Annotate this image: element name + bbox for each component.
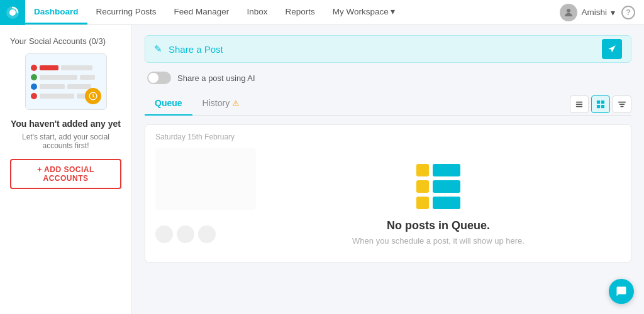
svg-rect-9 bbox=[597, 104, 600, 107]
ai-toggle-label: Share a post using AI bbox=[177, 73, 255, 83]
avatar bbox=[560, 4, 577, 21]
ai-toggle-row: Share a post using AI bbox=[145, 72, 631, 84]
queue-date-label: Saturday 15th February bbox=[145, 125, 631, 145]
user-menu[interactable]: Amishi ▾ bbox=[560, 4, 615, 21]
nav-right: Amishi ▾ ? bbox=[560, 4, 644, 21]
svg-rect-5 bbox=[576, 104, 583, 105]
ghost-avatar-3 bbox=[198, 225, 216, 243]
sidebar: Your Social Accounts (0/3) bbox=[0, 25, 132, 314]
nav-item-feed-manager[interactable]: Feed Manager bbox=[165, 0, 238, 24]
nav-item-workspace[interactable]: My Workspace ▾ bbox=[324, 0, 404, 24]
queue-empty-state: No posts in Queue. When you schedule a p… bbox=[246, 145, 631, 258]
send-button[interactable] bbox=[602, 39, 622, 59]
user-dropdown-arrow: ▾ bbox=[611, 8, 615, 18]
history-warning-icon: ⚠ bbox=[232, 99, 240, 108]
sidebar-illustration bbox=[25, 53, 107, 110]
main-content: ✎ Share a Post Share a post using AI Que… bbox=[132, 25, 644, 314]
no-posts-icon bbox=[416, 164, 460, 209]
queue-area: Saturday 15th February bbox=[145, 124, 631, 263]
filter-view-button[interactable] bbox=[613, 95, 631, 113]
icon-cell-6 bbox=[433, 197, 460, 209]
chat-bubble-button[interactable] bbox=[609, 279, 634, 304]
icon-cell-3 bbox=[416, 180, 429, 193]
tab-queue[interactable]: Queue bbox=[145, 93, 192, 116]
top-navigation: Dashboard Recurring Posts Feed Manager I… bbox=[0, 0, 644, 25]
clock-badge-icon bbox=[85, 88, 101, 104]
no-posts-sub: When you schedule a post, it will show u… bbox=[352, 236, 525, 246]
icon-cell-5 bbox=[416, 197, 429, 209]
svg-point-1 bbox=[9, 9, 16, 16]
ai-toggle-switch[interactable] bbox=[147, 72, 171, 84]
ghost-avatar-2 bbox=[177, 225, 194, 243]
view-icons bbox=[570, 95, 631, 113]
sidebar-accounts-title: Your Social Accounts (0/3) bbox=[10, 36, 106, 46]
svg-rect-8 bbox=[601, 100, 604, 103]
icon-cell-1 bbox=[416, 164, 429, 176]
tabs-row: Queue History ⚠ bbox=[145, 93, 631, 116]
svg-point-2 bbox=[567, 9, 570, 13]
app-logo[interactable] bbox=[0, 0, 25, 25]
nav-item-reports[interactable]: Reports bbox=[276, 0, 323, 24]
svg-rect-13 bbox=[620, 106, 623, 107]
nav-item-inbox[interactable]: Inbox bbox=[238, 0, 276, 24]
share-post-label: Share a Post bbox=[169, 44, 596, 55]
add-social-accounts-button[interactable]: + ADD SOCIAL ACCOUNTS bbox=[10, 159, 121, 189]
no-posts-title: No posts in Queue. bbox=[387, 219, 490, 232]
edit-icon: ✎ bbox=[154, 43, 162, 55]
user-name: Amishi bbox=[581, 8, 607, 17]
svg-rect-10 bbox=[601, 104, 604, 107]
icon-cell-4 bbox=[433, 180, 460, 193]
ghost-avatar-1 bbox=[155, 225, 173, 243]
nav-item-dashboard[interactable]: Dashboard bbox=[25, 0, 87, 24]
svg-rect-6 bbox=[576, 106, 583, 107]
ghost-avatars bbox=[155, 225, 216, 243]
help-button[interactable]: ? bbox=[621, 6, 635, 19]
nav-items: Dashboard Recurring Posts Feed Manager I… bbox=[25, 0, 560, 24]
list-view-button[interactable] bbox=[570, 95, 589, 113]
main-layout: Your Social Accounts (0/3) bbox=[0, 25, 644, 314]
ghost-post bbox=[155, 148, 256, 210]
svg-rect-12 bbox=[619, 104, 625, 105]
svg-rect-11 bbox=[618, 101, 626, 102]
svg-rect-4 bbox=[576, 101, 583, 102]
share-post-bar[interactable]: ✎ Share a Post bbox=[145, 35, 631, 63]
tab-history[interactable]: History ⚠ bbox=[192, 93, 250, 116]
calendar-view-button[interactable] bbox=[591, 95, 610, 113]
svg-rect-7 bbox=[597, 100, 600, 103]
nav-item-recurring-posts[interactable]: Recurring Posts bbox=[87, 0, 165, 24]
icon-cell-2 bbox=[433, 164, 460, 176]
sidebar-empty-sub: Let's start, add your social accounts fi… bbox=[10, 133, 121, 150]
sidebar-empty-title: You haven't added any yet bbox=[11, 119, 121, 129]
